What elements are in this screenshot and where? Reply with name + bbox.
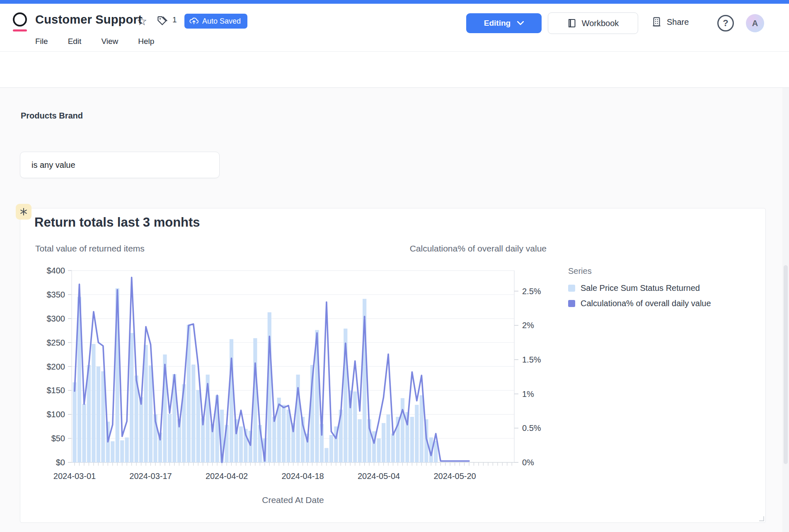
autosave-badge[interactable]: Auto Saved [184, 14, 247, 29]
menu-edit[interactable]: Edit [68, 37, 82, 46]
svg-text:$100: $100 [47, 410, 65, 419]
resize-handle[interactable] [759, 516, 764, 521]
share-button[interactable]: Share [651, 17, 689, 27]
help-button[interactable]: ? [717, 15, 734, 31]
top-accent-strip [0, 0, 789, 4]
book-icon [567, 18, 576, 28]
svg-text:$350: $350 [47, 290, 65, 299]
svg-text:Calculationa% of overall daily: Calculationa% of overall daily value [410, 244, 547, 253]
scrollbar-thumb[interactable] [784, 265, 788, 464]
autosave-label: Auto Saved [202, 17, 241, 26]
svg-text:2024-04-18: 2024-04-18 [281, 472, 324, 481]
svg-text:2024-04-02: 2024-04-02 [206, 472, 248, 481]
svg-text:$400: $400 [47, 266, 65, 275]
svg-text:2024-03-01: 2024-03-01 [53, 472, 96, 481]
svg-text:$150: $150 [47, 386, 65, 395]
editing-label: Editing [484, 19, 511, 28]
menu-help[interactable]: Help [138, 37, 154, 46]
svg-text:1%: 1% [522, 389, 534, 399]
app-logo-underline [13, 29, 27, 31]
legend-label: Calculationa% of overall daily value [581, 299, 711, 308]
share-label: Share [667, 17, 689, 27]
menu-view[interactable]: View [101, 37, 118, 46]
cloud-upload-icon [189, 17, 198, 25]
tags-icon[interactable] [157, 15, 168, 28]
chart-card[interactable]: Return totals last 3 monhts $0$50$100$15… [20, 208, 766, 523]
filter-value-control[interactable]: is any value [20, 152, 220, 178]
svg-text:$50: $50 [51, 434, 65, 443]
element-warning-badge[interactable] [16, 204, 31, 220]
svg-text:1.5%: 1.5% [522, 355, 541, 364]
svg-text:2%: 2% [522, 321, 534, 330]
app-header: Customer Support ☆ 1 Auto Saved File Edi… [0, 4, 789, 52]
chart-legend: Series Sale Price Sum Status ReturnedCal… [568, 266, 711, 314]
legend-label: Sale Price Sum Status Returned [581, 283, 700, 293]
svg-text:Created At Date: Created At Date [262, 495, 324, 505]
asterisk-icon [19, 208, 28, 216]
svg-text:0%: 0% [522, 458, 534, 467]
menu-bar: File Edit View Help [35, 37, 154, 46]
returns-combo-chart: $0$50$100$150$200$250$300$350$4000%0.5%1… [20, 208, 766, 522]
svg-text:$300: $300 [47, 314, 65, 323]
toolbar: Charts Add filter Add Text Access Warnin… [0, 52, 789, 88]
svg-text:2024-03-17: 2024-03-17 [129, 472, 172, 481]
legend-swatch [568, 285, 575, 292]
svg-text:Total value of returned items: Total value of returned items [35, 244, 145, 253]
filter-control-label: Products Brand [21, 111, 83, 121]
legend-swatch [568, 300, 575, 307]
chevron-down-icon [517, 21, 524, 25]
svg-text:$250: $250 [47, 338, 65, 347]
svg-text:2024-05-20: 2024-05-20 [433, 472, 476, 481]
organization-icon [651, 17, 662, 27]
legend-title: Series [568, 266, 711, 276]
workbook-title[interactable]: Customer Support [35, 13, 142, 27]
editing-mode-button[interactable]: Editing [466, 13, 542, 33]
workbook-button[interactable]: Workbook [548, 12, 638, 34]
legend-item[interactable]: Calculationa% of overall daily value [568, 299, 711, 308]
legend-item[interactable]: Sale Price Sum Status Returned [568, 283, 711, 293]
avatar[interactable]: A [746, 14, 764, 32]
favorite-star-icon[interactable]: ☆ [137, 15, 147, 28]
svg-text:$0: $0 [56, 458, 65, 467]
workbook-label: Workbook [582, 19, 619, 28]
svg-text:2024-05-04: 2024-05-04 [358, 472, 400, 481]
svg-text:0.5%: 0.5% [522, 423, 541, 433]
svg-text:2.5%: 2.5% [522, 287, 541, 296]
menu-file[interactable]: File [35, 37, 48, 46]
tag-count[interactable]: 1 [172, 15, 177, 24]
avatar-initial: A [752, 19, 758, 28]
app-logo[interactable] [13, 12, 27, 27]
svg-text:$200: $200 [47, 362, 65, 371]
filter-value-text: is any value [31, 160, 75, 170]
